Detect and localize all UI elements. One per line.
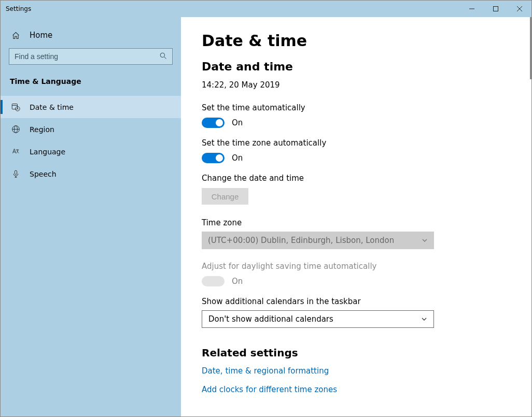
link-add-clocks[interactable]: Add clocks for different time zones (202, 385, 511, 394)
set-tz-auto-state: On (232, 153, 243, 163)
language-icon (11, 147, 20, 156)
set-tz-auto-label: Set the time zone automatically (202, 138, 511, 148)
change-button: Change (202, 188, 248, 205)
dst-toggle (202, 276, 225, 286)
maximize-button[interactable] (484, 1, 508, 17)
minimize-button[interactable] (460, 1, 484, 17)
change-dt-label: Change the date and time (202, 174, 511, 183)
globe-icon (11, 125, 20, 134)
link-date-time-formatting[interactable]: Date, time & regional formatting (202, 366, 511, 376)
sidebar: Home Time & Language (1, 17, 181, 416)
dst-label: Adjust for daylight saving time automati… (202, 262, 511, 271)
search-box[interactable] (9, 48, 173, 65)
nav-item-label: Speech (30, 170, 57, 178)
dst-state: On (232, 277, 243, 286)
nav-item-speech[interactable]: Speech (1, 163, 181, 185)
scrollbar[interactable] (530, 17, 531, 79)
search-input[interactable] (15, 52, 159, 61)
settings-window: Settings Home (0, 0, 532, 417)
nav-home[interactable]: Home (1, 24, 181, 46)
home-label: Home (30, 31, 52, 40)
nav-item-date-time[interactable]: Date & time (1, 96, 181, 118)
svg-rect-1 (494, 7, 498, 11)
page-title: Date & time (202, 32, 511, 50)
current-datetime: 14:22, 20 May 2019 (202, 80, 511, 90)
window-title: Settings (6, 5, 31, 12)
related-settings-heading: Related settings (202, 347, 511, 359)
calendar-clock-icon (11, 103, 20, 111)
time-zone-label: Time zone (202, 218, 511, 227)
svg-point-4 (160, 53, 164, 57)
microphone-icon (11, 169, 20, 178)
nav-item-label: Language (30, 148, 65, 156)
window-controls (460, 1, 531, 17)
home-icon (11, 31, 20, 40)
svg-line-10 (17, 109, 18, 109)
chevron-down-icon (421, 316, 427, 322)
time-zone-select: (UTC+00:00) Dublin, Edinburgh, Lisbon, L… (202, 232, 434, 249)
titlebar: Settings (1, 1, 531, 17)
category-label: Time & Language (1, 71, 181, 96)
set-time-auto-toggle[interactable] (202, 118, 225, 128)
nav-item-label: Date & time (30, 103, 74, 111)
section-date-time: Date and time (202, 60, 511, 73)
time-zone-value: (UTC+00:00) Dublin, Edinburgh, Lisbon, L… (208, 236, 394, 245)
chevron-down-icon (422, 237, 428, 243)
set-tz-auto-toggle[interactable] (202, 153, 225, 163)
additional-calendars-select[interactable]: Don't show additional calendars (202, 310, 434, 328)
set-time-auto-label: Set the time automatically (202, 103, 511, 112)
nav-item-language[interactable]: Language (1, 140, 181, 163)
nav-item-label: Region (30, 125, 54, 134)
svg-line-5 (164, 57, 166, 59)
set-time-auto-state: On (232, 118, 243, 127)
additional-calendars-label: Show additional calendars in the taskbar (202, 297, 511, 306)
additional-calendars-value: Don't show additional calendars (208, 314, 333, 324)
nav-item-region[interactable]: Region (1, 118, 181, 140)
content-pane: Date & time Date and time 14:22, 20 May … (181, 17, 531, 416)
close-button[interactable] (508, 1, 531, 17)
svg-rect-14 (15, 170, 17, 175)
search-icon (159, 52, 167, 61)
